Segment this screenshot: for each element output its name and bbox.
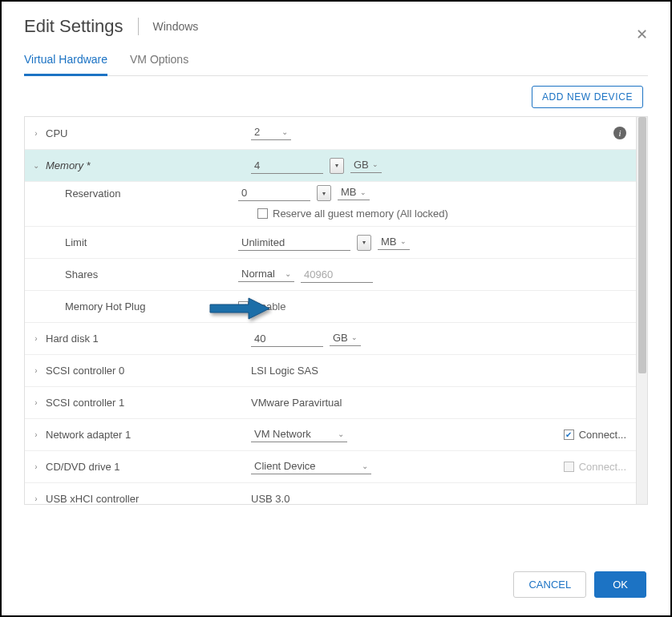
cd-connect-checkbox bbox=[564, 462, 574, 472]
memory-stepper[interactable]: ▾ bbox=[330, 158, 344, 174]
cancel-button[interactable]: CANCEL bbox=[513, 571, 586, 598]
memory-label: Memory * bbox=[43, 159, 251, 171]
reserve-all-checkbox[interactable] bbox=[257, 208, 268, 219]
scsi1-label: SCSI controller 1 bbox=[43, 397, 251, 409]
cd-value: Client Device bbox=[254, 460, 316, 472]
usb-label: USB xHCI controller bbox=[43, 493, 251, 504]
cd-connect-label: Connect... bbox=[579, 461, 626, 473]
scrollbar-thumb[interactable] bbox=[638, 117, 646, 373]
collapse-icon[interactable]: ⌄ bbox=[30, 161, 43, 170]
expand-icon[interactable]: › bbox=[30, 430, 43, 439]
limit-label: Limit bbox=[30, 236, 238, 248]
reservation-unit: MB bbox=[341, 186, 357, 198]
usb-value: USB 3.0 bbox=[251, 493, 289, 504]
reservation-unit-select[interactable]: MB ⌄ bbox=[338, 186, 370, 200]
shares-value-input[interactable] bbox=[301, 267, 373, 283]
limit-unit-select[interactable]: MB ⌄ bbox=[378, 236, 410, 250]
ok-button[interactable]: OK bbox=[594, 571, 646, 598]
add-new-device-button[interactable]: ADD NEW DEVICE bbox=[532, 86, 643, 108]
row-limit: Limit ▾ MB ⌄ bbox=[25, 226, 636, 258]
scsi1-value: VMware Paravirtual bbox=[251, 397, 342, 409]
hdd-unit: GB bbox=[333, 332, 348, 344]
expand-icon[interactable]: › bbox=[30, 129, 43, 138]
chevron-down-icon: ⌄ bbox=[372, 160, 379, 168]
memory-input[interactable] bbox=[251, 158, 323, 174]
limit-input[interactable] bbox=[238, 235, 350, 251]
hotplug-checkbox-row[interactable]: ✔ Enable bbox=[238, 300, 285, 313]
net-select[interactable]: VM Network ⌄ bbox=[251, 428, 347, 442]
reservation-label: Reservation bbox=[30, 188, 238, 200]
net-label: Network adapter 1 bbox=[43, 429, 251, 441]
chevron-down-icon: ⌄ bbox=[285, 269, 291, 278]
hotplug-enable-label: Enable bbox=[253, 300, 285, 313]
hotplug-label: Memory Hot Plug bbox=[30, 300, 238, 313]
chevron-down-icon: ⌄ bbox=[281, 127, 288, 136]
dialog-title: Edit Settings bbox=[24, 16, 123, 37]
memory-unit: GB bbox=[354, 159, 369, 171]
close-icon[interactable]: ✕ bbox=[636, 26, 648, 43]
info-icon[interactable]: i bbox=[613, 127, 626, 139]
hdd-unit-select[interactable]: GB ⌄ bbox=[330, 332, 361, 346]
row-cpu: › CPU 2 ⌄ i bbox=[25, 117, 636, 149]
hdd-label: Hard disk 1 bbox=[43, 333, 251, 345]
net-connect-label: Connect... bbox=[579, 429, 626, 441]
tab-vm-options[interactable]: VM Options bbox=[130, 48, 188, 75]
reserve-all-checkbox-row[interactable]: Reserve all guest memory (All locked) bbox=[257, 208, 626, 220]
expand-icon[interactable]: › bbox=[30, 398, 43, 407]
scrollbar[interactable] bbox=[636, 117, 647, 504]
chevron-down-icon: ⌄ bbox=[351, 333, 358, 341]
shares-mode: Normal bbox=[241, 268, 275, 280]
cpu-value: 2 bbox=[254, 126, 260, 138]
chevron-down-icon: ⌄ bbox=[338, 429, 344, 438]
cd-select[interactable]: Client Device ⌄ bbox=[251, 460, 371, 474]
cpu-select[interactable]: 2 ⌄ bbox=[251, 126, 291, 140]
cpu-label: CPU bbox=[43, 127, 251, 139]
row-memory-hot-plug: Memory Hot Plug ✔ Enable bbox=[25, 290, 636, 322]
net-connect-checkbox[interactable]: ✔ bbox=[564, 429, 574, 440]
shares-label: Shares bbox=[30, 268, 238, 280]
row-cd-dvd-drive-1: › CD/DVD drive 1 Client Device ⌄ Connect… bbox=[25, 450, 636, 482]
chevron-down-icon: ⌄ bbox=[360, 188, 366, 196]
expand-icon[interactable]: › bbox=[30, 494, 43, 503]
cd-label: CD/DVD drive 1 bbox=[43, 461, 251, 473]
chevron-down-icon: ⌄ bbox=[362, 462, 368, 470]
shares-mode-select[interactable]: Normal ⌄ bbox=[238, 268, 294, 282]
row-shares: Shares Normal ⌄ bbox=[25, 258, 636, 290]
tab-virtual-hardware[interactable]: Virtual Hardware bbox=[24, 48, 107, 76]
reserve-all-label: Reserve all guest memory (All locked) bbox=[273, 208, 448, 220]
net-value: VM Network bbox=[254, 428, 311, 440]
limit-stepper[interactable]: ▾ bbox=[357, 235, 371, 251]
hotplug-checkbox[interactable]: ✔ bbox=[238, 301, 249, 312]
row-memory: ⌄ Memory * ▾ GB ⌄ bbox=[25, 149, 636, 181]
row-scsi-controller-1: › SCSI controller 1 VMware Paravirtual bbox=[25, 386, 636, 418]
row-reservation: Reservation ▾ MB ⌄ Reserve all guest mem… bbox=[25, 181, 636, 226]
reservation-stepper[interactable]: ▾ bbox=[317, 185, 331, 201]
reservation-input[interactable] bbox=[238, 185, 310, 201]
dialog-subtitle: Windows bbox=[138, 18, 199, 35]
scsi0-label: SCSI controller 0 bbox=[43, 365, 251, 377]
expand-icon[interactable]: › bbox=[30, 462, 43, 471]
row-usb-controller: › USB xHCI controller USB 3.0 bbox=[25, 482, 636, 504]
memory-unit-select[interactable]: GB ⌄ bbox=[350, 159, 382, 173]
scsi0-value: LSI Logic SAS bbox=[251, 365, 318, 377]
limit-unit: MB bbox=[381, 236, 397, 248]
hdd-input[interactable] bbox=[251, 331, 323, 347]
chevron-down-icon: ⌄ bbox=[400, 237, 407, 245]
expand-icon[interactable]: › bbox=[30, 366, 43, 375]
expand-icon[interactable]: › bbox=[30, 334, 43, 343]
row-network-adapter-1: › Network adapter 1 VM Network ⌄ ✔ Conne… bbox=[25, 418, 636, 450]
row-scsi-controller-0: › SCSI controller 0 LSI Logic SAS bbox=[25, 354, 636, 386]
row-hard-disk-1: › Hard disk 1 GB ⌄ bbox=[25, 322, 636, 354]
